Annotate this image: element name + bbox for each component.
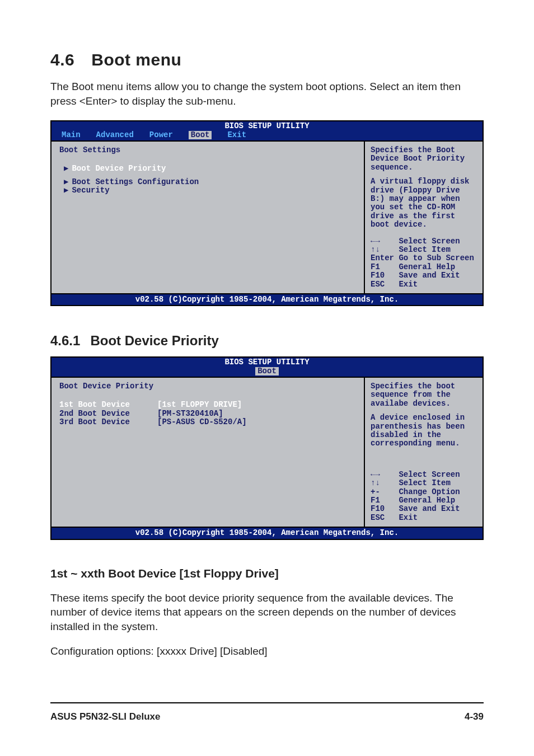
bios-title: BIOS SETUP UTILITY (51, 358, 483, 367)
key-f1: F1 (371, 262, 380, 271)
key-action: Save and Exit (399, 504, 460, 513)
tab-main[interactable]: Main (62, 131, 81, 139)
bios-help-pane: Specifies the Boot Device Boot Priority … (365, 142, 483, 293)
boot-device-value: [1st FLOPPY DRIVE] (157, 401, 242, 409)
bios-left-pane: Boot Settings ▶Boot Device Priority ▶Boo… (51, 142, 365, 293)
key-action: Select Item (399, 245, 450, 254)
key-action: General Help (399, 496, 455, 505)
bios-key-legend: ←→ Select Screen ↑↓ Select Item +- Chang… (371, 471, 477, 522)
subsection-title-text: Boot Device Priority (90, 333, 218, 348)
key-f10: F10 (371, 504, 385, 513)
menu-item-label: Security (72, 186, 109, 195)
subsection-heading: 4.6.1Boot Device Priority (50, 333, 484, 349)
boot-device-row-2[interactable]: 2nd Boot Device [PM-ST320410A] (59, 410, 356, 418)
help-text: Specifies the boot sequence from the ava… (371, 382, 477, 408)
help-text: A virtual floppy disk drive (Floppy Driv… (371, 177, 477, 229)
bios-boot-menu: BIOS SETUP UTILITY Main Advanced Power B… (50, 120, 484, 306)
key-action: General Help (399, 262, 455, 271)
bios-tab-bar: Main Advanced Power Boot Exit (51, 131, 483, 140)
tab-advanced[interactable]: Advanced (96, 131, 134, 139)
triangle-icon: ▶ (64, 186, 68, 195)
key-action: Go to Sub Screen (399, 253, 474, 262)
tab-power[interactable]: Power (149, 131, 173, 139)
key-action: Select Screen (399, 470, 460, 479)
bios-copyright: v02.58 (C)Copyright 1985-2004, American … (51, 527, 483, 538)
help-text: A device enclosed in parenthesis has bee… (371, 414, 477, 448)
tab-boot[interactable]: Boot (189, 131, 212, 139)
footer-page-number: 4-39 (465, 711, 484, 722)
key-action: Change Option (399, 487, 460, 496)
key-action: Select Item (399, 478, 450, 487)
triangle-icon: ▶ (64, 177, 68, 186)
pane-heading: Boot Device Priority (59, 382, 356, 391)
menu-item-label: Boot Settings Configuration (72, 177, 199, 186)
page-footer: ASUS P5N32-SLI Deluxe 4-39 (50, 702, 484, 722)
option-paragraph: These items specify the boot device prio… (50, 591, 484, 634)
arrows-lr-icon: ←→ (371, 470, 380, 479)
bios-title: BIOS SETUP UTILITY (51, 121, 483, 130)
key-action: Exit (399, 513, 418, 522)
bios-key-legend: ←→ Select Screen ↑↓ Select Item Enter Go… (371, 237, 477, 289)
menu-item-security[interactable]: ▶Security (59, 186, 356, 195)
help-text: Specifies the Boot Device Boot Priority … (371, 146, 477, 172)
key-f10: F10 (371, 271, 385, 280)
key-esc: ESC (371, 513, 385, 522)
bios-left-pane: Boot Device Priority 1st Boot Device [1s… (51, 378, 365, 527)
section-heading: 4.6Boot menu (50, 50, 484, 69)
key-action: Exit (399, 280, 418, 289)
intro-paragraph: The Boot menu items allow you to change … (50, 79, 484, 108)
menu-item-label: Boot Device Priority (72, 164, 166, 173)
boot-device-value: [PM-ST320410A] (157, 410, 223, 418)
menu-item-boot-device-priority[interactable]: ▶Boot Device Priority (59, 165, 356, 173)
key-action: Save and Exit (399, 271, 460, 280)
footer-product: ASUS P5N32-SLI Deluxe (50, 711, 161, 722)
subsection-number: 4.6.1 (50, 333, 80, 348)
bios-help-pane: Specifies the boot sequence from the ava… (365, 378, 483, 527)
boot-device-row-3[interactable]: 3rd Boot Device [PS-ASUS CD-S520/A] (59, 418, 356, 426)
section-number: 4.6 (50, 50, 74, 69)
arrows-ud-icon: ↑↓ (371, 478, 380, 487)
triangle-icon: ▶ (64, 164, 68, 173)
boot-device-value: [PS-ASUS CD-S520/A] (157, 418, 247, 426)
config-options: Configuration options: [xxxxx Drive] [Di… (50, 644, 484, 659)
option-heading: 1st ~ xxth Boot Device [1st Floppy Drive… (50, 567, 484, 580)
key-plusminus: +- (371, 487, 380, 496)
boot-device-label: 3rd Boot Device (59, 418, 157, 426)
boot-device-label: 2nd Boot Device (59, 410, 157, 418)
key-f1: F1 (371, 496, 380, 505)
bios-tab-bar: Boot (51, 367, 483, 377)
boot-device-row-1[interactable]: 1st Boot Device [1st FLOPPY DRIVE] (59, 401, 356, 409)
key-enter: Enter (371, 253, 394, 262)
menu-item-boot-settings-config[interactable]: ▶Boot Settings Configuration (59, 178, 356, 186)
bios-copyright: v02.58 (C)Copyright 1985-2004, American … (51, 293, 483, 305)
boot-device-label: 1st Boot Device (59, 401, 157, 409)
tab-exit[interactable]: Exit (227, 131, 246, 139)
arrows-ud-icon: ↑↓ (371, 245, 380, 254)
bios-boot-priority-menu: BIOS SETUP UTILITY Boot Boot Device Prio… (50, 356, 484, 539)
tab-boot[interactable]: Boot (255, 367, 279, 375)
arrows-lr-icon: ←→ (371, 237, 380, 246)
section-title-text: Boot menu (91, 50, 181, 69)
key-esc: ESC (371, 280, 385, 289)
pane-heading: Boot Settings (59, 146, 356, 154)
key-action: Select Screen (399, 237, 460, 246)
